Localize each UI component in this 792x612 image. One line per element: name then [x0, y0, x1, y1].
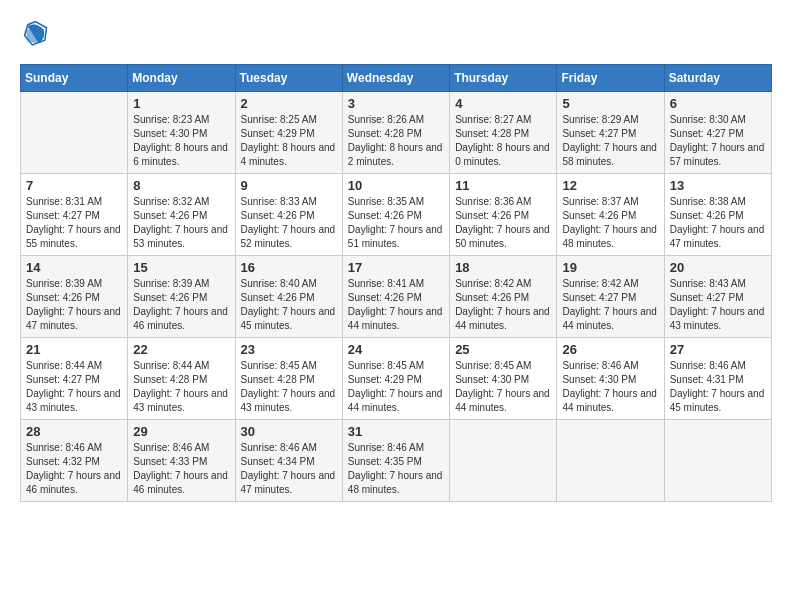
calendar-week-row: 28Sunrise: 8:46 AMSunset: 4:32 PMDayligh…	[21, 420, 772, 502]
column-header-saturday: Saturday	[664, 65, 771, 92]
calendar-cell: 22Sunrise: 8:44 AMSunset: 4:28 PMDayligh…	[128, 338, 235, 420]
day-info: Sunrise: 8:39 AMSunset: 4:26 PMDaylight:…	[133, 277, 229, 333]
calendar-cell	[21, 92, 128, 174]
calendar-cell: 9Sunrise: 8:33 AMSunset: 4:26 PMDaylight…	[235, 174, 342, 256]
column-header-monday: Monday	[128, 65, 235, 92]
day-info: Sunrise: 8:37 AMSunset: 4:26 PMDaylight:…	[562, 195, 658, 251]
calendar-cell: 13Sunrise: 8:38 AMSunset: 4:26 PMDayligh…	[664, 174, 771, 256]
day-info: Sunrise: 8:46 AMSunset: 4:30 PMDaylight:…	[562, 359, 658, 415]
column-header-tuesday: Tuesday	[235, 65, 342, 92]
column-header-friday: Friday	[557, 65, 664, 92]
day-number: 26	[562, 342, 658, 357]
day-info: Sunrise: 8:30 AMSunset: 4:27 PMDaylight:…	[670, 113, 766, 169]
day-info: Sunrise: 8:45 AMSunset: 4:29 PMDaylight:…	[348, 359, 444, 415]
calendar-cell: 16Sunrise: 8:40 AMSunset: 4:26 PMDayligh…	[235, 256, 342, 338]
day-number: 5	[562, 96, 658, 111]
day-info: Sunrise: 8:45 AMSunset: 4:28 PMDaylight:…	[241, 359, 337, 415]
day-info: Sunrise: 8:46 AMSunset: 4:33 PMDaylight:…	[133, 441, 229, 497]
day-info: Sunrise: 8:45 AMSunset: 4:30 PMDaylight:…	[455, 359, 551, 415]
calendar-cell: 12Sunrise: 8:37 AMSunset: 4:26 PMDayligh…	[557, 174, 664, 256]
calendar-cell: 20Sunrise: 8:43 AMSunset: 4:27 PMDayligh…	[664, 256, 771, 338]
calendar-cell: 4Sunrise: 8:27 AMSunset: 4:28 PMDaylight…	[450, 92, 557, 174]
calendar-cell: 1Sunrise: 8:23 AMSunset: 4:30 PMDaylight…	[128, 92, 235, 174]
day-info: Sunrise: 8:32 AMSunset: 4:26 PMDaylight:…	[133, 195, 229, 251]
day-info: Sunrise: 8:35 AMSunset: 4:26 PMDaylight:…	[348, 195, 444, 251]
day-number: 2	[241, 96, 337, 111]
day-number: 22	[133, 342, 229, 357]
calendar-cell: 3Sunrise: 8:26 AMSunset: 4:28 PMDaylight…	[342, 92, 449, 174]
day-info: Sunrise: 8:42 AMSunset: 4:27 PMDaylight:…	[562, 277, 658, 333]
day-info: Sunrise: 8:42 AMSunset: 4:26 PMDaylight:…	[455, 277, 551, 333]
calendar-cell	[450, 420, 557, 502]
calendar-cell: 10Sunrise: 8:35 AMSunset: 4:26 PMDayligh…	[342, 174, 449, 256]
column-header-sunday: Sunday	[21, 65, 128, 92]
day-number: 24	[348, 342, 444, 357]
calendar-cell: 18Sunrise: 8:42 AMSunset: 4:26 PMDayligh…	[450, 256, 557, 338]
day-number: 18	[455, 260, 551, 275]
day-number: 28	[26, 424, 122, 439]
calendar-header-row: SundayMondayTuesdayWednesdayThursdayFrid…	[21, 65, 772, 92]
day-number: 10	[348, 178, 444, 193]
day-number: 19	[562, 260, 658, 275]
day-info: Sunrise: 8:31 AMSunset: 4:27 PMDaylight:…	[26, 195, 122, 251]
logo	[20, 20, 52, 48]
calendar-cell: 28Sunrise: 8:46 AMSunset: 4:32 PMDayligh…	[21, 420, 128, 502]
calendar-cell: 5Sunrise: 8:29 AMSunset: 4:27 PMDaylight…	[557, 92, 664, 174]
day-info: Sunrise: 8:41 AMSunset: 4:26 PMDaylight:…	[348, 277, 444, 333]
logo-icon	[20, 20, 48, 48]
calendar-cell: 21Sunrise: 8:44 AMSunset: 4:27 PMDayligh…	[21, 338, 128, 420]
day-number: 3	[348, 96, 444, 111]
calendar-cell: 23Sunrise: 8:45 AMSunset: 4:28 PMDayligh…	[235, 338, 342, 420]
day-info: Sunrise: 8:38 AMSunset: 4:26 PMDaylight:…	[670, 195, 766, 251]
day-info: Sunrise: 8:39 AMSunset: 4:26 PMDaylight:…	[26, 277, 122, 333]
calendar-week-row: 21Sunrise: 8:44 AMSunset: 4:27 PMDayligh…	[21, 338, 772, 420]
day-number: 17	[348, 260, 444, 275]
day-number: 29	[133, 424, 229, 439]
day-number: 31	[348, 424, 444, 439]
day-info: Sunrise: 8:23 AMSunset: 4:30 PMDaylight:…	[133, 113, 229, 169]
calendar-cell: 19Sunrise: 8:42 AMSunset: 4:27 PMDayligh…	[557, 256, 664, 338]
calendar-week-row: 7Sunrise: 8:31 AMSunset: 4:27 PMDaylight…	[21, 174, 772, 256]
calendar-cell	[664, 420, 771, 502]
day-number: 12	[562, 178, 658, 193]
day-number: 9	[241, 178, 337, 193]
page-header	[20, 20, 772, 48]
calendar-cell	[557, 420, 664, 502]
day-number: 13	[670, 178, 766, 193]
calendar-cell: 29Sunrise: 8:46 AMSunset: 4:33 PMDayligh…	[128, 420, 235, 502]
calendar-cell: 26Sunrise: 8:46 AMSunset: 4:30 PMDayligh…	[557, 338, 664, 420]
calendar-cell: 11Sunrise: 8:36 AMSunset: 4:26 PMDayligh…	[450, 174, 557, 256]
calendar-week-row: 1Sunrise: 8:23 AMSunset: 4:30 PMDaylight…	[21, 92, 772, 174]
day-number: 27	[670, 342, 766, 357]
calendar-cell: 2Sunrise: 8:25 AMSunset: 4:29 PMDaylight…	[235, 92, 342, 174]
calendar-cell: 27Sunrise: 8:46 AMSunset: 4:31 PMDayligh…	[664, 338, 771, 420]
day-number: 1	[133, 96, 229, 111]
calendar-cell: 25Sunrise: 8:45 AMSunset: 4:30 PMDayligh…	[450, 338, 557, 420]
day-number: 14	[26, 260, 122, 275]
day-info: Sunrise: 8:29 AMSunset: 4:27 PMDaylight:…	[562, 113, 658, 169]
day-number: 6	[670, 96, 766, 111]
day-info: Sunrise: 8:36 AMSunset: 4:26 PMDaylight:…	[455, 195, 551, 251]
day-info: Sunrise: 8:46 AMSunset: 4:31 PMDaylight:…	[670, 359, 766, 415]
day-number: 15	[133, 260, 229, 275]
calendar-cell: 6Sunrise: 8:30 AMSunset: 4:27 PMDaylight…	[664, 92, 771, 174]
day-info: Sunrise: 8:44 AMSunset: 4:28 PMDaylight:…	[133, 359, 229, 415]
day-number: 16	[241, 260, 337, 275]
day-info: Sunrise: 8:26 AMSunset: 4:28 PMDaylight:…	[348, 113, 444, 169]
day-info: Sunrise: 8:46 AMSunset: 4:32 PMDaylight:…	[26, 441, 122, 497]
day-info: Sunrise: 8:27 AMSunset: 4:28 PMDaylight:…	[455, 113, 551, 169]
day-info: Sunrise: 8:46 AMSunset: 4:34 PMDaylight:…	[241, 441, 337, 497]
day-number: 21	[26, 342, 122, 357]
day-info: Sunrise: 8:25 AMSunset: 4:29 PMDaylight:…	[241, 113, 337, 169]
day-info: Sunrise: 8:46 AMSunset: 4:35 PMDaylight:…	[348, 441, 444, 497]
day-number: 7	[26, 178, 122, 193]
calendar-week-row: 14Sunrise: 8:39 AMSunset: 4:26 PMDayligh…	[21, 256, 772, 338]
day-info: Sunrise: 8:33 AMSunset: 4:26 PMDaylight:…	[241, 195, 337, 251]
day-number: 11	[455, 178, 551, 193]
calendar-cell: 24Sunrise: 8:45 AMSunset: 4:29 PMDayligh…	[342, 338, 449, 420]
day-number: 8	[133, 178, 229, 193]
calendar-cell: 30Sunrise: 8:46 AMSunset: 4:34 PMDayligh…	[235, 420, 342, 502]
day-info: Sunrise: 8:40 AMSunset: 4:26 PMDaylight:…	[241, 277, 337, 333]
calendar-cell: 31Sunrise: 8:46 AMSunset: 4:35 PMDayligh…	[342, 420, 449, 502]
calendar-cell: 8Sunrise: 8:32 AMSunset: 4:26 PMDaylight…	[128, 174, 235, 256]
